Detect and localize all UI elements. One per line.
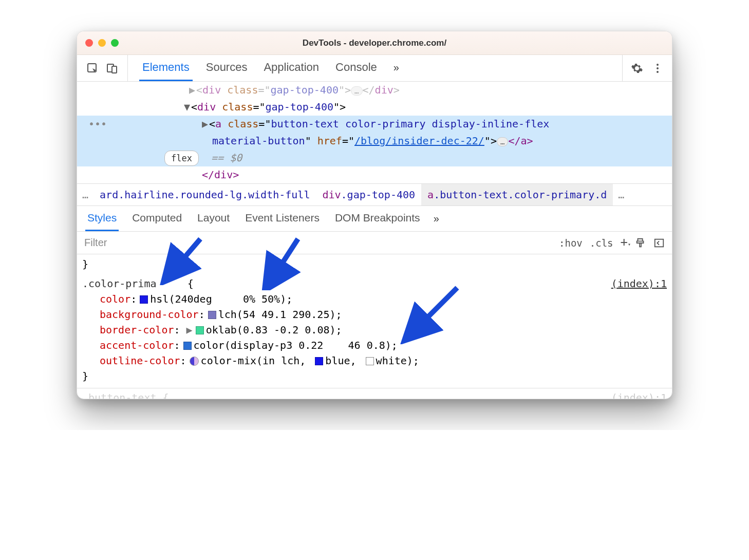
window-controls [85, 39, 119, 47]
close-window-button[interactable] [85, 39, 93, 47]
styles-filter-input[interactable] [77, 237, 552, 249]
ellipsis-badge[interactable]: … [497, 137, 508, 146]
svg-rect-2 [112, 66, 117, 73]
sidebar-tabs: Styles Computed Layout Event Listeners D… [77, 206, 672, 232]
svg-point-5 [657, 71, 659, 73]
device-toolbar-icon[interactable] [106, 62, 118, 74]
styles-filter-bar: :hov .cls +▾ [77, 232, 672, 254]
css-declaration[interactable]: background-color:lch(54 49.1 290.25); [82, 307, 667, 322]
color-mix-swatch[interactable] [190, 357, 199, 366]
css-declaration[interactable]: outline-color:color-mix(in lch, blue, wh… [82, 353, 667, 368]
subtab-layout[interactable]: Layout [195, 206, 232, 231]
dom-row-selected[interactable]: flex == $0 [77, 150, 672, 166]
breadcrumb-scroll-right[interactable]: … [613, 189, 629, 201]
dom-row[interactable]: </div> [77, 166, 672, 183]
styles-rule-peek: .button-text { (index):1 [77, 388, 672, 399]
color-swatch[interactable] [196, 326, 204, 334]
kebab-menu-icon[interactable] [651, 62, 664, 74]
breadcrumb-scroll-left[interactable]: … [77, 189, 93, 201]
inspect-element-icon[interactable] [86, 62, 99, 74]
ellipsis-badge[interactable]: … [351, 86, 362, 96]
breadcrumb-item[interactable]: div.gap-top-400 [316, 184, 421, 206]
breadcrumb-item-active[interactable]: a.button-text.color-primary.d [421, 184, 613, 206]
expand-shorthand-icon[interactable]: ▶ [186, 324, 193, 336]
dom-row[interactable]: ▼<div class="gap-top-400"> [77, 99, 672, 116]
tab-sources[interactable]: Sources [203, 55, 251, 81]
minimize-window-button[interactable] [98, 39, 106, 47]
tab-elements[interactable]: Elements [139, 55, 193, 81]
hov-toggle[interactable]: :hov [559, 237, 583, 249]
rule-header: .color-prima { (index):1 [82, 276, 667, 291]
computed-panel-toggle-icon[interactable] [653, 237, 665, 249]
color-swatch[interactable] [366, 357, 374, 365]
css-source-link[interactable]: (index):1 [611, 276, 667, 291]
window-title: DevTools - developer.chrome.com/ [77, 38, 672, 48]
main-toolbar: Elements Sources Application Console » [77, 55, 672, 82]
css-declaration[interactable]: accent-color:color(display-p3 0.22 46 0.… [82, 338, 667, 353]
toolbar-left-group [77, 55, 128, 81]
copy-styles-icon[interactable] [635, 237, 646, 249]
dom-row-selected[interactable]: •••▶<a class="button-text color-primary … [77, 116, 672, 133]
css-declaration[interactable]: color:hsl(240deg 0% 50%); [82, 291, 667, 307]
subtab-event-listeners[interactable]: Event Listeners [243, 206, 322, 231]
subtab-dom-breakpoints[interactable]: DOM Breakpoints [333, 206, 422, 231]
subtab-styles[interactable]: Styles [85, 206, 119, 231]
dom-tag: div [202, 84, 221, 96]
color-swatch[interactable] [183, 342, 192, 350]
flex-badge[interactable]: flex [164, 151, 199, 166]
svg-rect-6 [655, 239, 664, 247]
svg-point-3 [657, 64, 659, 66]
tab-application[interactable]: Application [260, 55, 322, 81]
more-tabs-button[interactable]: » [390, 55, 409, 81]
svg-point-4 [657, 67, 659, 69]
gutter-actions-icon[interactable]: ••• [86, 116, 102, 132]
dom-row[interactable]: ▶<div class="gap-top-400">…</div> [77, 82, 672, 99]
dom-tree[interactable]: ▶<div class="gap-top-400">…</div> ▼<div … [77, 82, 672, 183]
cls-toggle[interactable]: .cls [590, 237, 613, 249]
color-swatch[interactable] [315, 357, 323, 365]
settings-gear-icon[interactable] [631, 62, 643, 74]
fullscreen-window-button[interactable] [111, 39, 119, 47]
styles-pane[interactable]: } .color-prima { (index):1 color:hsl(240… [77, 254, 672, 388]
toolbar-right-group [622, 55, 672, 81]
breadcrumbs: … ard.hairline.rounded-lg.width-full div… [77, 183, 672, 206]
tab-console[interactable]: Console [332, 55, 380, 81]
css-declaration[interactable]: border-color: ▶oklab(0.83 -0.2 0.08); [82, 322, 667, 338]
color-swatch[interactable] [208, 311, 216, 319]
panel-tabs: Elements Sources Application Console » [128, 55, 622, 81]
rule-close-brace: } [82, 256, 667, 272]
more-subtabs-button[interactable]: » [434, 206, 439, 231]
rule-close-brace: } [82, 368, 667, 384]
titlebar: DevTools - developer.chrome.com/ [77, 31, 672, 55]
devtools-window: DevTools - developer.chrome.com/ Element… [77, 31, 672, 399]
breadcrumb-item[interactable]: ard.hairline.rounded-lg.width-full [93, 184, 316, 206]
new-style-rule-button[interactable]: +▾ [621, 235, 628, 249]
dom-row-selected[interactable]: material-button" href="/blog/insider-dec… [77, 133, 672, 150]
subtab-computed[interactable]: Computed [130, 206, 184, 231]
color-swatch[interactable] [140, 295, 148, 304]
css-selector[interactable]: .color-prima [82, 277, 181, 290]
